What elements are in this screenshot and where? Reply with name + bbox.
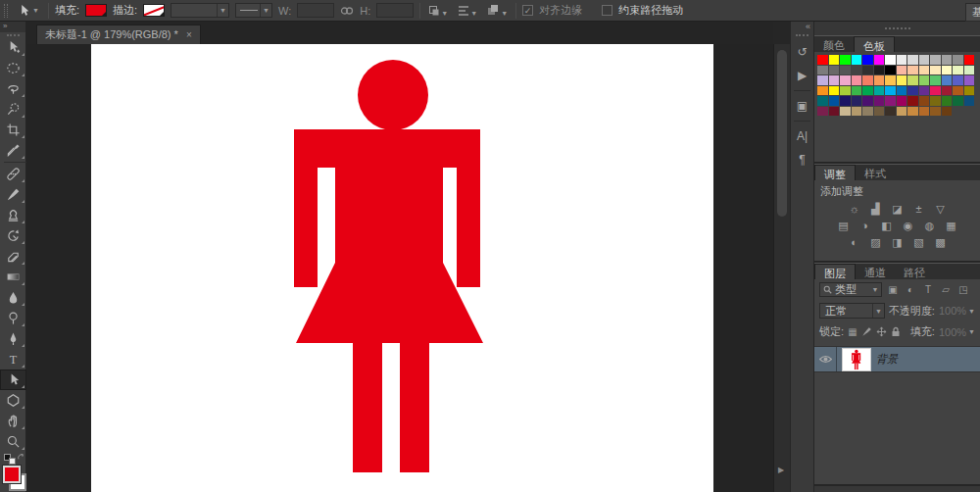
color-swatch[interactable] (829, 75, 840, 85)
tool-shape[interactable] (0, 390, 26, 411)
color-swatch[interactable] (964, 86, 975, 96)
color-swatch[interactable] (817, 86, 828, 96)
color-swatch[interactable] (840, 107, 851, 117)
posterize-icon[interactable]: ▨ (868, 236, 884, 249)
tool-eraser[interactable] (0, 246, 26, 267)
tool-move[interactable] (0, 37, 26, 58)
panel-column-header[interactable] (814, 22, 980, 35)
color-swatch[interactable] (874, 96, 885, 106)
default-colors-widget[interactable] (0, 452, 26, 465)
color-swatch[interactable] (817, 107, 828, 117)
exposure-icon[interactable]: ± (911, 203, 927, 216)
color-swatch[interactable] (930, 86, 941, 96)
tool-lasso[interactable] (0, 78, 26, 99)
filter-smart-objects-icon[interactable]: ◳ (956, 284, 970, 295)
color-swatch[interactable] (930, 75, 941, 85)
color-swatch[interactable] (862, 75, 873, 85)
canvas-viewport[interactable] (26, 44, 773, 492)
color-swatch[interactable] (817, 55, 828, 65)
color-swatch[interactable] (897, 96, 907, 106)
tab-styles[interactable]: 样式 (856, 165, 895, 180)
tab-paths[interactable]: 路径 (895, 264, 934, 279)
filter-pixel-layers-icon[interactable]: ▣ (886, 284, 900, 295)
close-tab-icon[interactable]: × (186, 29, 192, 40)
workspace-switcher-button[interactable]: 基本 (965, 3, 980, 22)
tool-path-selection[interactable] (0, 369, 26, 390)
stroke-width-combo[interactable]: ▼ (171, 3, 229, 18)
color-swatch[interactable] (829, 86, 840, 96)
color-swatch[interactable] (852, 75, 862, 85)
tool-pen[interactable] (0, 328, 26, 349)
color-swatch[interactable] (907, 96, 918, 106)
blend-mode-select[interactable]: 正常 ▼ (819, 303, 885, 319)
color-swatch[interactable] (907, 66, 918, 75)
color-swatch[interactable] (953, 55, 963, 65)
layer-thumbnail-cell[interactable] (837, 347, 876, 371)
character-panel-icon[interactable]: A| (791, 124, 813, 148)
layer-name[interactable]: 背景 (876, 347, 898, 371)
color-swatch[interactable] (862, 86, 873, 96)
color-swatch[interactable] (817, 75, 828, 85)
paragraph-panel-icon[interactable]: ¶ (791, 148, 813, 172)
tab-adjustments[interactable]: 调整 (814, 165, 856, 180)
color-swatch[interactable] (862, 96, 873, 106)
filter-shape-layers-icon[interactable]: ▱ (939, 284, 953, 295)
tool-preset-picker[interactable]: ▼ (14, 3, 42, 19)
clone-source-panel-icon[interactable]: ▣ (791, 94, 813, 118)
filter-adjustment-layers-icon[interactable]: ◐ (904, 284, 917, 295)
color-swatch[interactable] (942, 107, 953, 117)
color-swatch[interactable] (817, 66, 828, 75)
color-swatch[interactable] (953, 86, 963, 96)
layer-visibility-toggle[interactable] (814, 347, 837, 371)
color-swatch[interactable] (953, 96, 963, 106)
vibrance-icon[interactable]: ▽ (933, 203, 949, 216)
color-swatch[interactable] (930, 55, 941, 65)
color-swatch[interactable] (852, 107, 862, 117)
photo-filter-icon[interactable]: ◉ (901, 220, 916, 232)
lock-position-icon[interactable] (876, 326, 887, 338)
layer-thumbnail[interactable] (843, 349, 870, 370)
color-swatch[interactable] (919, 66, 930, 75)
color-swatch[interactable] (897, 75, 907, 85)
scrollbar-thumb[interactable] (777, 50, 787, 217)
color-swatch[interactable] (919, 86, 930, 96)
tool-brush[interactable] (0, 184, 26, 205)
tool-crop[interactable] (0, 120, 26, 140)
color-swatch[interactable] (919, 75, 930, 85)
color-swatch[interactable] (930, 66, 941, 75)
color-swatch[interactable] (930, 96, 941, 106)
tool-clone-stamp[interactable] (0, 205, 26, 225)
scroll-down-arrow-icon[interactable]: ▶ (778, 466, 784, 474)
color-swatch[interactable] (852, 96, 862, 106)
layer-row-background[interactable]: 背景 (814, 346, 980, 372)
curves-icon[interactable]: ◪ (890, 203, 906, 216)
selective-color-icon[interactable]: ▧ (911, 236, 927, 249)
levels-icon[interactable]: ▟ (868, 203, 884, 216)
path-alignment-button[interactable]: ▼ (456, 4, 479, 18)
color-swatch[interactable] (919, 107, 930, 117)
canvas[interactable] (91, 44, 713, 492)
color-swatch[interactable] (942, 55, 953, 65)
color-swatch[interactable] (885, 75, 896, 85)
color-swatch[interactable] (885, 86, 896, 96)
color-swatch[interactable] (919, 96, 930, 106)
color-swatch[interactable] (829, 96, 840, 106)
color-swatch[interactable] (907, 55, 918, 65)
shape-height-input[interactable] (376, 3, 414, 18)
tab-channels[interactable]: 通道 (856, 264, 895, 279)
color-swatch[interactable] (852, 55, 862, 65)
lock-all-icon[interactable] (891, 326, 901, 338)
color-swatch[interactable] (964, 66, 975, 75)
path-arrangement-button[interactable]: ▼ (485, 3, 510, 18)
swap-colors-icon[interactable] (17, 453, 25, 462)
lock-image-pixels-icon[interactable] (861, 326, 872, 338)
filter-type-layers-icon[interactable]: T (921, 284, 935, 295)
toolbar-grip[interactable] (7, 34, 20, 36)
shape-width-input[interactable] (297, 3, 334, 18)
color-swatch[interactable] (874, 75, 885, 85)
lock-transparent-pixels-icon[interactable]: ▦ (848, 326, 858, 338)
color-swatch[interactable] (964, 96, 975, 106)
color-swatch[interactable] (942, 66, 953, 75)
color-swatch[interactable] (897, 66, 907, 75)
tool-spot-healing-brush[interactable] (0, 164, 26, 184)
